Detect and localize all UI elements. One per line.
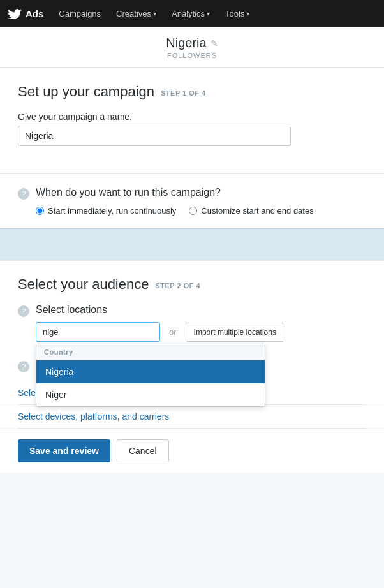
page-title: Nigeria ✎ [0, 36, 384, 50]
nav-campaigns[interactable]: Campaigns [52, 0, 107, 27]
section-gap [0, 228, 384, 260]
radio-custom-label[interactable]: Customize start and end dates [189, 206, 313, 216]
locations-controls: Country Nigeria Niger or Import multiple… [36, 322, 284, 342]
import-locations-button[interactable]: Import multiple locations [186, 323, 284, 342]
navigation: Ads Campaigns Creatives ▾ Analytics ▾ To… [0, 0, 384, 27]
nav-creatives[interactable]: Creatives ▾ [110, 0, 163, 27]
creatives-caret-icon: ▾ [153, 10, 156, 17]
save-review-button[interactable]: Save and review [18, 439, 110, 462]
audience-step: STEP 2 OF 4 [155, 282, 200, 290]
dropdown-item-nigeria[interactable]: Nigeria [36, 360, 265, 383]
location-search-input[interactable] [36, 322, 160, 342]
radio-custom-text: Customize start and end dates [201, 206, 313, 216]
campaign-section: Set up your campaign STEP 1 OF 4 Give yo… [0, 68, 384, 173]
brand-label: Ads [26, 8, 43, 19]
campaign-step: STEP 1 OF 4 [161, 89, 206, 97]
location-dropdown-container: Country Nigeria Niger [36, 322, 160, 342]
campaign-name-input[interactable] [18, 126, 291, 146]
audience-section: Select your audience STEP 2 OF 4 ? Selec… [0, 260, 384, 355]
schedule-question: When do you want to run this campaign? [36, 187, 314, 198]
schedule-help-row: ? When do you want to run this campaign?… [18, 187, 314, 216]
select-devices-link[interactable]: Select devices, platforms, and carriers [0, 405, 384, 428]
nav-tools[interactable]: Tools ▾ [219, 0, 256, 27]
actions-bar: Save and review Cancel [0, 429, 384, 473]
radio-continuous-label[interactable]: Start immediately, run continuously [36, 206, 176, 216]
schedule-content: When do you want to run this campaign? S… [36, 187, 314, 216]
locations-help-icon[interactable]: ? [18, 305, 29, 317]
schedule-section: ? When do you want to run this campaign?… [0, 173, 384, 228]
or-text: or [169, 327, 177, 337]
brand[interactable]: Ads [8, 8, 43, 19]
tools-caret-icon: ▾ [246, 10, 249, 17]
location-dropdown: Country Nigeria Niger [36, 344, 265, 407]
campaign-name-group: Give your campaign a name. [18, 112, 366, 146]
campaign-name-label: Give your campaign a name. [18, 112, 366, 122]
radio-continuous-text: Start immediately, run continuously [48, 206, 176, 216]
schedule-help-icon[interactable]: ? [18, 188, 29, 200]
locations-label: Select locations [36, 304, 284, 316]
dropdown-header: Country [36, 344, 265, 360]
locations-help-row: ? Select locations Country Nigeria Niger… [18, 304, 366, 342]
audience-title: Select your audience [18, 276, 149, 293]
page-header: Nigeria ✎ FOLLOWERS [0, 27, 384, 68]
nav-analytics[interactable]: Analytics ▾ [165, 0, 216, 27]
analytics-caret-icon: ▾ [207, 10, 210, 17]
cancel-button[interactable]: Cancel [117, 439, 169, 462]
campaign-title: Set up your campaign [18, 84, 154, 100]
edit-icon[interactable]: ✎ [210, 38, 218, 48]
twitter-bird-icon [8, 8, 22, 19]
radio-custom-input[interactable] [189, 207, 197, 215]
dropdown-item-niger[interactable]: Niger [36, 383, 265, 406]
schedule-radio-group: Start immediately, run continuously Cust… [36, 206, 314, 216]
radio-continuous-input[interactable] [36, 207, 44, 215]
page-subtitle: FOLLOWERS [0, 52, 384, 59]
locations-content: Select locations Country Nigeria Niger o… [36, 304, 284, 342]
gender-help-icon[interactable]: ? [18, 361, 29, 372]
